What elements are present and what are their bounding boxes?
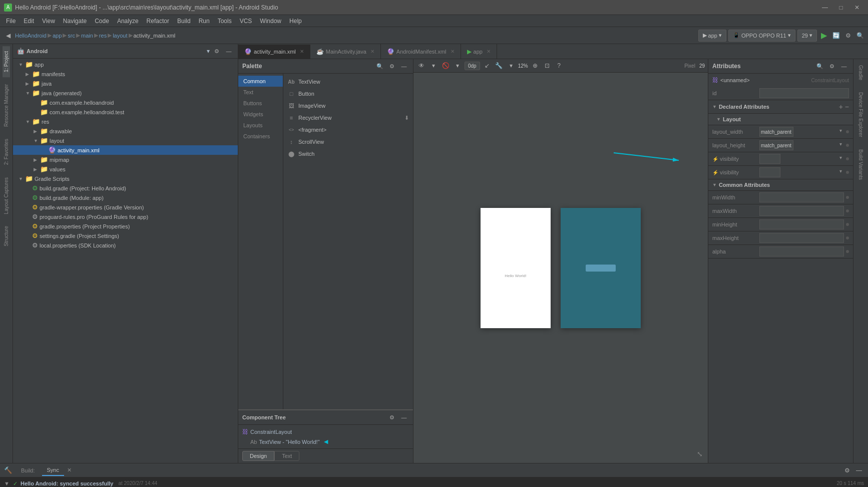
common-attrs-section-header[interactable]: ▼ Common Attributes — [708, 179, 853, 191]
tab-close-app[interactable]: ✕ — [487, 49, 491, 54]
tab-favorites[interactable]: 2: Favorites — [3, 134, 10, 170]
menu-build[interactable]: Build — [173, 17, 195, 26]
tree-item-build-gradle-app[interactable]: ⚙ build.gradle (Module: app) — [13, 193, 238, 202]
palette-cat-text[interactable]: Text — [238, 87, 283, 98]
menu-refactor[interactable]: Refactor — [143, 17, 173, 26]
tab-build-variants[interactable]: Build Variants — [857, 145, 864, 184]
bc-app[interactable]: app — [53, 33, 62, 39]
ct-item-textview[interactable]: Ab TextView - "Hello World!" ◀ — [238, 437, 413, 446]
tab-mainactivity[interactable]: ☕ MainActivity.java ✕ — [310, 44, 381, 59]
palette-item-switch[interactable]: ⬤ Switch — [283, 148, 413, 160]
menu-tools[interactable]: Tools — [214, 17, 236, 26]
tab-close-androidmanifest[interactable]: ✕ — [451, 49, 455, 54]
attr-select-visibility1[interactable]: visible invisible gone — [759, 154, 780, 164]
zoom-in-icon[interactable]: ⊕ — [530, 61, 540, 71]
bc-src[interactable]: src — [68, 33, 75, 39]
palette-cat-layouts[interactable]: Layouts — [238, 120, 283, 131]
settings-icon[interactable]: ⚙ — [843, 31, 853, 41]
build-panel-minimize-icon[interactable]: — — [854, 465, 864, 475]
btab-sync[interactable]: Sync — [42, 465, 64, 476]
menu-file[interactable]: File — [2, 17, 20, 26]
tree-item-proguard[interactable]: ⚙ proguard-rules.pro (ProGuard Rules for… — [13, 212, 238, 221]
bc-helloandroid[interactable]: HelloAndroid — [15, 33, 47, 39]
palette-item-scrollview[interactable]: ↕ ScrollView — [283, 136, 413, 148]
palette-item-textview[interactable]: Ab TextView — [283, 76, 413, 88]
tab-app[interactable]: ▶ app ✕ — [461, 44, 497, 59]
dt-icon4[interactable]: ▾ — [453, 61, 463, 71]
close-button[interactable]: ✕ — [850, 3, 864, 13]
tree-item-app[interactable]: ▼ 📁 app — [13, 60, 238, 69]
design-canvas-area[interactable]: Hello World! — [413, 73, 708, 463]
tab-layout-captures[interactable]: Layout Captures — [3, 172, 10, 219]
tab-structure[interactable]: Structure — [3, 221, 10, 252]
tab-androidmanifest[interactable]: 🔮 AndroidManifest.xml ✕ — [381, 44, 461, 59]
palette-cat-common[interactable]: Common — [238, 76, 283, 87]
attr-select-visibility2[interactable]: visible invisible gone — [759, 167, 780, 177]
sync-icon[interactable]: 🔄 — [831, 31, 841, 41]
attr-value-alpha[interactable] — [759, 247, 844, 257]
minimize-button[interactable]: — — [818, 3, 832, 13]
tab-close-mainactivity[interactable]: ✕ — [370, 49, 374, 54]
attr-dropdown-visibility1[interactable]: visible invisible gone — [759, 154, 844, 164]
attr-dropdown-layout-height[interactable]: match_parent wrap_content — [759, 140, 844, 150]
attr-dropdown-layout-width[interactable]: match_parent wrap_content — [759, 127, 844, 137]
build-panel-settings-icon[interactable]: ⚙ — [842, 465, 852, 475]
tree-item-drawable[interactable]: ▶ 📁 drawable — [13, 126, 238, 136]
menu-vcs[interactable]: VCS — [236, 17, 256, 26]
bc-layout[interactable]: layout — [113, 33, 127, 39]
dt-icon3[interactable]: 🚫 — [441, 61, 451, 71]
tab-close-activity-main[interactable]: ✕ — [300, 49, 304, 54]
back-icon[interactable]: ◀ — [3, 31, 13, 41]
tree-item-java[interactable]: ▶ 📁 java — [13, 79, 238, 88]
component-tree-settings-icon[interactable]: ⚙ — [387, 412, 397, 422]
attr-hide-icon[interactable]: — — [839, 61, 849, 71]
menu-view[interactable]: View — [38, 17, 59, 26]
tab-device-file-explorer[interactable]: Device File Explorer — [857, 88, 864, 141]
tab-text-editor[interactable]: Text — [274, 451, 299, 461]
palette-cat-containers[interactable]: Containers — [238, 131, 283, 142]
tree-item-java-gen[interactable]: ▼ 📁 java (generated) — [13, 88, 238, 98]
menu-edit[interactable]: Edit — [20, 17, 38, 26]
dt-icon7[interactable]: ▾ — [506, 61, 516, 71]
bc-file[interactable]: activity_main.xml — [134, 33, 176, 39]
menu-code[interactable]: Code — [91, 17, 113, 26]
palette-item-fragment[interactable]: <> <fragment> — [283, 124, 413, 136]
maximize-button[interactable]: □ — [834, 3, 848, 13]
attr-value-maxheight[interactable] — [759, 233, 844, 243]
tree-item-local-props[interactable]: ⚙ local.properties (SDK Location) — [13, 240, 238, 250]
api-btn[interactable]: 29 ▾ — [797, 30, 817, 42]
dp-value[interactable]: 0dp — [465, 62, 480, 70]
tree-item-build-gradle-proj[interactable]: ⚙ build.gradle (Project: Hello Android) — [13, 183, 238, 193]
palette-item-imageview[interactable]: 🖼 ImageView — [283, 100, 413, 112]
dt-help-icon[interactable]: ? — [554, 61, 564, 71]
menu-window[interactable]: Window — [256, 17, 285, 26]
bc-res[interactable]: res — [99, 33, 107, 39]
tab-project[interactable]: 1: Project — [3, 46, 10, 77]
palette-item-button[interactable]: □ Button — [283, 88, 413, 100]
palette-item-recyclerview[interactable]: ≡ RecyclerView ⬇ — [283, 112, 413, 124]
ct-item-constraintlayout[interactable]: ⛓ ConstraintLayout — [238, 427, 413, 437]
component-tree-hide-icon[interactable]: — — [399, 412, 409, 422]
tab-gradle[interactable]: Gradle — [857, 61, 864, 84]
attr-value-minheight[interactable] — [759, 219, 844, 229]
tree-item-pkg1[interactable]: 📁 com.example.helloandroid — [13, 98, 238, 107]
eye-icon[interactable]: 👁 — [416, 61, 426, 71]
layout-section-header[interactable]: ▼ Layout — [708, 114, 853, 125]
palette-settings-icon[interactable]: ⚙ — [387, 61, 397, 71]
menu-navigate[interactable]: Navigate — [59, 17, 91, 26]
tree-item-pkg2[interactable]: 📁 com.example.helloandroid.test — [13, 107, 238, 117]
attr-dropdown-visibility2[interactable]: visible invisible gone — [759, 167, 844, 177]
btab-build[interactable]: Build: — [16, 465, 40, 475]
tab-design[interactable]: Design — [242, 451, 274, 461]
sync-close-icon[interactable]: ✕ — [67, 467, 72, 473]
dt-icon5[interactable]: ↙ — [482, 61, 492, 71]
tree-item-settings-gradle[interactable]: ⚙ settings.gradle (Project Settings) — [13, 231, 238, 240]
tree-item-activity-main[interactable]: 🔮 activity_main.xml — [13, 145, 238, 155]
bc-main[interactable]: main — [81, 33, 93, 39]
palette-search-icon[interactable]: 🔍 — [375, 61, 385, 71]
tree-item-manifests[interactable]: ▶ 📁 manifests — [13, 69, 238, 79]
declared-attrs-section-header[interactable]: ▼ Declared Attributes + − — [708, 100, 853, 114]
dt-icon6[interactable]: 🔧 — [494, 61, 504, 71]
tree-item-gradle-scripts[interactable]: ▼ 📁 Gradle Scripts — [13, 174, 238, 183]
declared-attrs-minus-icon[interactable]: − — [845, 103, 849, 111]
